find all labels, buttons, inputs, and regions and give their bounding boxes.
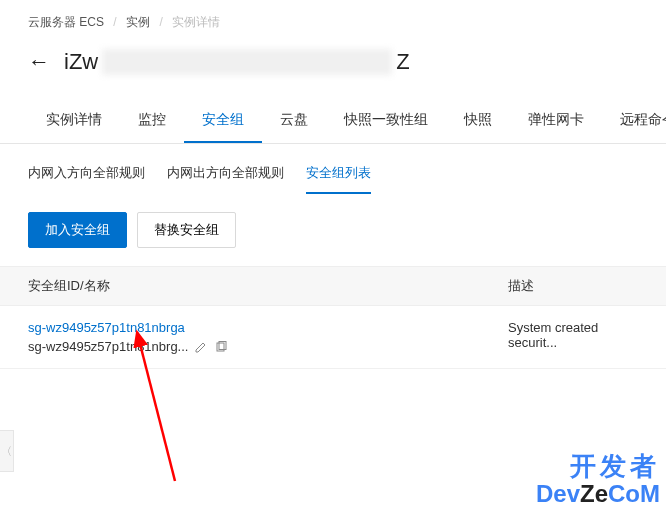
title-redacted	[102, 49, 392, 75]
breadcrumb-sep: /	[159, 15, 162, 29]
main-tabs: 实例详情 监控 安全组 云盘 快照一致性组 快照 弹性网卡 远程命令/	[0, 99, 666, 144]
replace-security-group-button[interactable]: 替换安全组	[137, 212, 236, 248]
breadcrumb-sep: /	[113, 15, 116, 29]
watermark-line2: DevZeCoM	[536, 481, 660, 507]
title-suffix: Z	[396, 49, 409, 75]
table-header: 安全组ID/名称 描述	[0, 266, 666, 306]
subtab-sg-list[interactable]: 安全组列表	[306, 158, 371, 194]
tab-snapshot-consistency[interactable]: 快照一致性组	[326, 99, 446, 143]
breadcrumb-instances[interactable]: 实例	[126, 15, 150, 29]
tab-remote-command[interactable]: 远程命令/	[602, 99, 666, 143]
table-row: sg-wz9495z57p1tn81nbrga sg-wz9495z57p1tn…	[0, 306, 666, 369]
breadcrumb-current: 实例详情	[172, 15, 220, 29]
title-prefix: iZw	[64, 49, 98, 75]
tab-instance-detail[interactable]: 实例详情	[28, 99, 120, 143]
security-group-name-row: sg-wz9495z57p1tn81nbrg...	[28, 339, 508, 354]
subtab-outbound[interactable]: 内网出方向全部规则	[167, 158, 284, 194]
edit-icon[interactable]	[194, 340, 208, 354]
cell-id: sg-wz9495z57p1tn81nbrga sg-wz9495z57p1tn…	[28, 320, 508, 354]
breadcrumb-ecs[interactable]: 云服务器 ECS	[28, 15, 104, 29]
watermark-line1: 开发者	[536, 452, 660, 481]
page-title: iZw Z	[64, 49, 410, 75]
security-group-name: sg-wz9495z57p1tn81nbrg...	[28, 339, 188, 354]
copy-icon[interactable]	[214, 340, 228, 354]
tab-cloud-disk[interactable]: 云盘	[262, 99, 326, 143]
tab-monitoring[interactable]: 监控	[120, 99, 184, 143]
header-id: 安全组ID/名称	[28, 277, 508, 295]
sub-tabs: 内网入方向全部规则 内网出方向全部规则 安全组列表	[0, 144, 666, 194]
tab-snapshot[interactable]: 快照	[446, 99, 510, 143]
tab-security-group[interactable]: 安全组	[184, 99, 262, 143]
collapse-handle-icon[interactable]: 〈	[0, 430, 14, 472]
add-security-group-button[interactable]: 加入安全组	[28, 212, 127, 248]
title-row: ← iZw Z	[0, 41, 666, 89]
header-desc: 描述	[508, 277, 638, 295]
security-group-link[interactable]: sg-wz9495z57p1tn81nbrga	[28, 320, 508, 335]
watermark: 开发者 DevZeCoM	[536, 452, 660, 507]
cell-desc: System created securit...	[508, 320, 638, 350]
back-arrow-icon[interactable]: ←	[28, 49, 50, 75]
tab-eni[interactable]: 弹性网卡	[510, 99, 602, 143]
subtab-inbound[interactable]: 内网入方向全部规则	[28, 158, 145, 194]
breadcrumb: 云服务器 ECS / 实例 / 实例详情	[0, 0, 666, 41]
button-row: 加入安全组 替换安全组	[0, 194, 666, 266]
